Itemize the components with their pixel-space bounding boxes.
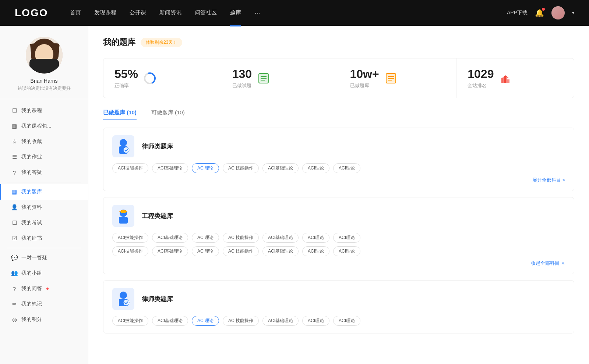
svg-point-15 [120,139,127,146]
sidebar-item-exam[interactable]: ☐ 我的考试 [0,215,88,231]
navbar: LOGO 首页 发现课程 公开课 新闻资讯 问答社区 题库 ··· APP下载 … [0,0,589,26]
collapse-button-2[interactable]: 收起全部科目 ∧ [112,260,565,267]
tag-2-8[interactable]: ACI基础理论 [152,246,188,256]
nav-links: 首页 发现课程 公开课 新闻资讯 问答社区 题库 ··· [70,9,507,17]
profile-name: Brian Harris [31,78,58,84]
nav-link-qa[interactable]: 问答社区 [195,9,217,17]
nav-link-courses[interactable]: 发现课程 [94,9,116,17]
tag-2-9[interactable]: ACI理论 [192,246,219,256]
tabs-row: 已做题库 (10) 可做题库 (10) [103,109,574,120]
tag-2-5[interactable]: ACI理论 [302,233,329,243]
tag-3-1[interactable]: ACI基础理论 [152,316,188,326]
main-layout: Brian Harris 错误的决定比没有决定要好 ☐ 我的课程 ▦ 我的课程包… [0,26,589,364]
tag-2-4[interactable]: ACI基础理论 [262,233,299,243]
sidebar-item-course-package[interactable]: ▦ 我的课程包... [0,118,88,134]
svg-point-23 [123,300,129,306]
my-courses-icon: ☐ [11,107,18,114]
trial-badge: 体验剩余23天！ [141,38,182,47]
nav-link-news[interactable]: 新闻资讯 [159,9,181,17]
sidebar-item-group[interactable]: 👥 我的小组 [0,265,88,281]
tag-2-6[interactable]: ACI理论 [333,233,360,243]
tag-2-10[interactable]: ACI技能操作 [223,246,259,256]
nav-link-qbank[interactable]: 题库 [230,9,241,17]
tag-1-1[interactable]: ACI基础理论 [152,163,188,173]
tag-1-3[interactable]: ACI技能操作 [223,163,259,173]
accuracy-chart-icon [143,72,156,85]
expand-button-1[interactable]: 展开全部科目 > [112,177,565,183]
sidebar-item-1on1-qa[interactable]: 💬 一对一答疑 [0,250,88,265]
sidebar: Brian Harris 错误的决定比没有决定要好 ☐ 我的课程 ▦ 我的课程包… [0,26,88,364]
avatar-body [29,59,59,74]
avatar-image [551,6,565,19]
group-icon: 👥 [11,270,18,276]
qbank-title-1: 律师类题库 [142,142,173,151]
tag-3-2[interactable]: ACI理论 [192,316,219,326]
nav-link-home[interactable]: 首页 [70,9,81,17]
tag-1-2[interactable]: ACI理论 [192,163,219,173]
tag-1-5[interactable]: ACI理论 [302,163,329,173]
tag-2-7[interactable]: ACI技能操作 [112,246,148,256]
sidebar-item-my-courses[interactable]: ☐ 我的课程 [0,103,88,118]
notification-bell[interactable]: 🔔 [535,8,544,17]
tag-3-5[interactable]: ACI理论 [302,316,329,326]
stat-accuracy-value: 55% [114,67,138,81]
sidebar-item-qa[interactable]: ? 我的答疑 [0,165,88,180]
tag-2-12[interactable]: ACI理论 [302,246,329,256]
sidebar-item-my-qa[interactable]: ? 我的问答 [0,281,88,296]
course-package-icon: ▦ [11,123,18,129]
qa-icon: ? [11,169,18,176]
tab-done-banks[interactable]: 已做题库 (10) [103,109,137,120]
nav-link-open[interactable]: 公开课 [130,9,146,17]
avatar-art [26,37,63,74]
stat-done-questions-label: 已做试题 [232,82,252,89]
qbank-tags-1: ACI技能操作 ACI基础理论 ACI理论 ACI技能操作 ACI基础理论 AC… [112,163,565,173]
sidebar-divider-1 [7,182,81,182]
points-icon: ◎ [11,316,18,323]
svg-rect-12 [501,78,504,83]
sidebar-item-homework[interactable]: ☰ 我的作业 [0,149,88,165]
qbank-lawyer-icon-2 [112,288,134,310]
page-title: 我的题库 [103,37,135,48]
svg-rect-13 [504,76,507,83]
stat-rank-label: 全站排名 [468,82,494,89]
user-avatar[interactable] [551,6,565,19]
tag-3-3[interactable]: ACI技能操作 [223,316,259,326]
tag-2-13[interactable]: ACI理论 [333,246,360,256]
sidebar-item-points[interactable]: ◎ 我的积分 [0,312,88,327]
stat-done-banks-text: 10w+ 已做题库 [350,67,379,89]
qbank-card-header-3: 律师类题库 [112,288,565,310]
user-menu-chevron[interactable]: ▾ [572,10,574,15]
qbank-tags-3: ACI技能操作 ACI基础理论 ACI理论 ACI技能操作 ACI基础理论 AC… [112,316,565,326]
tag-2-11[interactable]: ACI基础理论 [262,246,299,256]
tag-2-0[interactable]: ACI技能操作 [112,233,148,243]
stat-done-questions-value: 130 [232,67,252,81]
homework-icon: ☰ [11,154,18,160]
tab-available-banks[interactable]: 可做题库 (10) [151,109,185,120]
sidebar-item-profile[interactable]: 👤 我的资料 [0,200,88,215]
tag-2-1[interactable]: ACI基础理论 [152,233,188,243]
tag-2-3[interactable]: ACI技能操作 [223,233,259,243]
nav-more[interactable]: ··· [254,9,260,17]
sidebar-item-certificate[interactable]: ☑ 我的证书 [0,231,88,246]
tag-3-4[interactable]: ACI基础理论 [262,316,299,326]
tag-3-6[interactable]: ACI理论 [333,316,360,326]
tag-1-6[interactable]: ACI理论 [333,163,360,173]
tag-1-0[interactable]: ACI技能操作 [112,163,148,173]
rank-icon [499,72,512,85]
tag-2-2[interactable]: ACI理论 [192,233,219,243]
qbank-tags-2-row1: ACI技能操作 ACI基础理论 ACI理论 ACI技能操作 ACI基础理论 AC… [112,233,565,243]
1on1-qa-icon: 💬 [11,254,18,261]
qbank-card-lawyer-1: 律师类题库 ACI技能操作 ACI基础理论 ACI理论 ACI技能操作 ACI基… [103,128,574,191]
qbank-tags-2-row2: ACI技能操作 ACI基础理论 ACI理论 ACI技能操作 ACI基础理论 AC… [112,246,565,256]
stat-done-questions: 130 已做试题 [221,58,339,98]
notes-icon: ✏ [11,301,18,307]
tag-3-0[interactable]: ACI技能操作 [112,316,148,326]
tag-1-4[interactable]: ACI基础理论 [262,163,299,173]
sidebar-item-favorites[interactable]: ☆ 我的收藏 [0,134,88,149]
sidebar-item-notes[interactable]: ✏ 我的笔记 [0,296,88,312]
page-header: 我的题库 体验剩余23天！ [103,37,574,48]
profile-avatar [26,37,63,74]
app-download-button[interactable]: APP下载 [507,10,528,16]
stats-row: 55% 正确率 130 已做试题 [103,58,574,98]
sidebar-item-qbank[interactable]: ▦ 我的题库 [0,184,88,200]
